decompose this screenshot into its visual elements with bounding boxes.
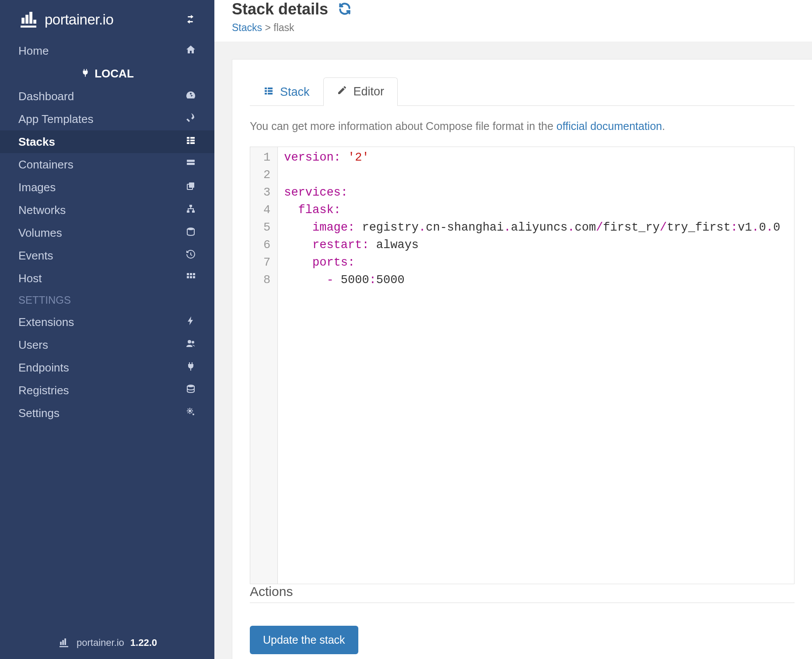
svg-rect-5	[190, 142, 195, 144]
version-label: 1.22.0	[130, 637, 157, 648]
sidebar-header: portainer.io	[0, 0, 214, 39]
portainer-footer-icon	[57, 636, 70, 649]
sidebar-item-label: Extensions	[18, 315, 74, 329]
tab-stack[interactable]: Stack	[250, 77, 323, 106]
sidebar-toggle-icon[interactable]	[183, 12, 198, 28]
svg-rect-13	[187, 210, 189, 213]
brand-text: portainer.io	[45, 11, 113, 28]
svg-point-23	[192, 341, 194, 344]
svg-rect-21	[193, 276, 195, 278]
official-documentation-link[interactable]: official documentation	[556, 120, 662, 132]
users-icon	[186, 338, 196, 352]
sidebar-item-dashboard[interactable]: Dashboard	[0, 85, 214, 108]
server-icon	[186, 158, 196, 172]
history-icon	[186, 249, 196, 263]
svg-rect-10	[189, 182, 194, 188]
svg-rect-31	[265, 93, 267, 95]
sidebar-item-label: Stacks	[18, 135, 55, 149]
pencil-icon	[337, 85, 347, 98]
svg-rect-3	[190, 140, 195, 141]
sidebar-item-registries[interactable]: Registries	[0, 379, 214, 402]
content: Stack Editor You can get more informatio…	[214, 42, 812, 659]
tachometer-icon	[186, 90, 196, 103]
sidebar-item-label: Registries	[18, 384, 69, 397]
sidebar-item-endpoints[interactable]: Endpoints	[0, 356, 214, 379]
svg-rect-6	[187, 160, 195, 162]
brand-logo[interactable]: portainer.io	[17, 8, 113, 32]
th-icon	[186, 272, 196, 285]
update-stack-button[interactable]: Update the stack	[250, 626, 358, 654]
hint-suffix: .	[662, 120, 665, 132]
breadcrumb: Stacks > flask	[232, 22, 794, 34]
sidebar-item-events[interactable]: Events	[0, 244, 214, 267]
tabs: Stack Editor	[250, 77, 794, 106]
page-title: Stack details	[232, 0, 328, 18]
svg-rect-20	[190, 276, 192, 278]
sidebar-item-label: Endpoints	[18, 361, 69, 375]
sidebar-item-label: Images	[18, 181, 56, 194]
svg-rect-16	[187, 273, 189, 275]
compose-hint: You can get more information about Compo…	[250, 120, 794, 133]
sidebar-item-users[interactable]: Users	[0, 333, 214, 356]
svg-point-25	[189, 410, 191, 412]
sidebar-item-label: App Templates	[18, 112, 94, 126]
th-list-icon	[263, 85, 274, 99]
sidebar-item-label: Home	[18, 44, 49, 58]
hdd-icon	[186, 226, 196, 240]
svg-rect-28	[268, 88, 273, 89]
svg-rect-18	[193, 273, 195, 275]
database-icon	[186, 384, 196, 397]
divider	[250, 603, 794, 603]
section-label: SETTINGS	[18, 294, 71, 306]
portainer-logo-icon	[17, 8, 40, 32]
actions-header: Actions	[250, 584, 794, 599]
compose-code[interactable]: version: '2' services: flask: image: reg…	[278, 147, 786, 584]
sidebar-item-app-templates[interactable]: App Templates	[0, 108, 214, 130]
sidebar-item-label: Events	[18, 249, 53, 263]
svg-rect-14	[192, 210, 195, 213]
editor-panel: Stack Editor You can get more informatio…	[232, 59, 812, 659]
tab-label: Editor	[354, 85, 385, 98]
topbar: Stack details Stacks > flask	[214, 0, 812, 42]
line-gutter: 12345678	[250, 147, 278, 584]
cogs-icon	[186, 407, 196, 420]
tab-editor[interactable]: Editor	[323, 77, 398, 106]
svg-rect-2	[187, 140, 189, 141]
bolt-icon	[186, 315, 196, 329]
svg-rect-27	[265, 88, 267, 89]
sidebar-item-label: Containers	[18, 158, 74, 172]
main: Stack details Stacks > flask Stack Edito…	[214, 0, 812, 659]
refresh-icon[interactable]	[338, 2, 352, 17]
sidebar-item-settings[interactable]: Settings	[0, 402, 214, 424]
svg-rect-12	[189, 205, 192, 207]
sidebar-item-host[interactable]: Host	[0, 267, 214, 290]
sidebar-item-home[interactable]: Home	[0, 39, 214, 62]
sidebar: portainer.io Home LOCAL Dashboard App Te…	[0, 0, 214, 659]
svg-rect-4	[187, 142, 189, 144]
sidebar-section-settings: SETTINGS	[0, 290, 214, 311]
env-local-header: LOCAL	[0, 62, 214, 85]
clone-icon	[186, 181, 196, 194]
sitemap-icon	[186, 203, 196, 217]
compose-editor[interactable]: 12345678 version: '2' services: flask: i…	[250, 147, 794, 584]
tab-label: Stack	[280, 85, 310, 99]
sidebar-item-images[interactable]: Images	[0, 176, 214, 199]
svg-rect-1	[190, 137, 195, 139]
svg-rect-19	[187, 276, 189, 278]
local-label: LOCAL	[94, 67, 134, 81]
sidebar-item-networks[interactable]: Networks	[0, 199, 214, 221]
footer-brand: portainer.io	[77, 637, 124, 648]
sidebar-item-volumes[interactable]: Volumes	[0, 221, 214, 244]
breadcrumb-stacks-link[interactable]: Stacks	[232, 22, 262, 33]
sidebar-item-containers[interactable]: Containers	[0, 153, 214, 176]
sidebar-item-label: Volumes	[18, 226, 62, 240]
sidebar-item-stacks[interactable]: Stacks	[0, 130, 214, 153]
rocket-icon	[186, 112, 196, 126]
svg-rect-17	[190, 273, 192, 275]
sidebar-item-label: Dashboard	[18, 90, 74, 103]
svg-point-8	[188, 160, 189, 161]
sidebar-item-extensions[interactable]: Extensions	[0, 311, 214, 333]
breadcrumb-current: flask	[273, 22, 294, 33]
svg-rect-7	[187, 163, 195, 165]
th-list-icon	[186, 135, 196, 149]
